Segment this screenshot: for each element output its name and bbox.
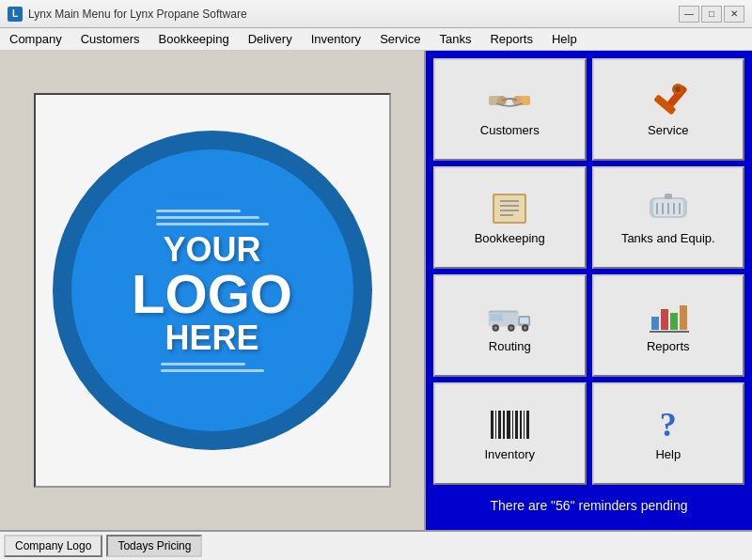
title-bar-left: L Lynx Main Menu for Lynx Propane Softwa… — [8, 7, 247, 22]
svg-rect-44 — [515, 411, 518, 439]
svg-rect-45 — [520, 411, 522, 439]
logo-line-1 — [156, 210, 241, 212]
svg-rect-16 — [665, 194, 672, 199]
service-label: Service — [648, 123, 688, 137]
logo-lines-bottom — [161, 363, 264, 372]
svg-rect-47 — [526, 411, 529, 439]
bookkeeping-label: Bookkeeping — [475, 231, 545, 245]
customers-label: Customers — [480, 123, 540, 137]
svg-rect-41 — [503, 411, 505, 439]
svg-rect-42 — [507, 411, 510, 439]
menu-customers[interactable]: Customers — [71, 28, 149, 50]
customers-button[interactable]: Customers — [433, 58, 587, 161]
company-logo-button[interactable]: Company Logo — [4, 535, 102, 557]
logo-circle-outer: YOUR LOGO HERE — [53, 131, 372, 450]
handshake-icon — [487, 82, 532, 119]
service-button[interactable]: Service — [592, 58, 745, 161]
todays-pricing-button[interactable]: Todays Pricing — [106, 535, 202, 557]
logo-here: HERE — [132, 321, 292, 355]
reports-label: Reports — [647, 339, 690, 353]
svg-rect-46 — [524, 411, 525, 439]
minimize-button[interactable]: — — [679, 6, 699, 23]
wrench-icon — [646, 82, 691, 119]
routing-label: Routing — [489, 339, 531, 353]
logo-area: YOUR LOGO HERE — [34, 93, 391, 488]
app-title: Lynx Main Menu for Lynx Propane Software — [28, 8, 247, 21]
svg-rect-33 — [651, 317, 659, 330]
help-button[interactable]: ? Help — [592, 382, 745, 485]
bookkeeping-button[interactable]: Bookkeeping — [433, 166, 587, 269]
logo-lines-top — [156, 210, 269, 226]
close-button[interactable]: ✕ — [724, 6, 744, 23]
svg-rect-32 — [491, 314, 503, 320]
main-content: YOUR LOGO HERE — [0, 51, 752, 530]
grid-buttons: Customers Service — [433, 58, 744, 485]
bottom-bar: Company Logo Todays Pricing — [0, 530, 752, 560]
barcode-icon — [487, 406, 532, 443]
menu-service[interactable]: Service — [370, 28, 430, 50]
left-panel: YOUR LOGO HERE — [0, 51, 426, 530]
inventory-button[interactable]: Inventory — [433, 382, 587, 485]
inventory-label: Inventory — [485, 447, 535, 461]
svg-point-27 — [494, 326, 498, 330]
truck-icon — [487, 298, 532, 335]
logo-your: YOUR — [132, 233, 292, 267]
menu-bar: Company Customers Bookkeeping Delivery I… — [0, 28, 752, 51]
tanks-label: Tanks and Equip. — [621, 231, 715, 245]
logo-line-2 — [156, 216, 259, 219]
logo-line-4 — [161, 363, 245, 366]
app-icon: L — [8, 7, 23, 22]
logo-text: YOUR LOGO HERE — [132, 233, 292, 355]
menu-inventory[interactable]: Inventory — [302, 28, 370, 50]
menu-bookkeeping[interactable]: Bookkeeping — [149, 28, 239, 50]
reports-button[interactable]: Reports — [592, 274, 745, 377]
svg-rect-39 — [495, 411, 496, 439]
help-label: Help — [655, 447, 681, 461]
logo-line-3 — [156, 223, 269, 226]
svg-rect-25 — [520, 318, 528, 323]
svg-rect-9 — [494, 195, 525, 222]
maximize-button[interactable]: □ — [701, 6, 722, 23]
reminders-text: There are "56" reminders pending — [433, 489, 744, 522]
tanks-button[interactable]: Tanks and Equip. — [592, 166, 745, 269]
menu-help[interactable]: Help — [542, 28, 587, 50]
logo-logo: LOGO — [132, 267, 292, 321]
title-bar: L Lynx Main Menu for Lynx Propane Softwa… — [0, 0, 752, 28]
menu-reports[interactable]: Reports — [480, 28, 542, 50]
svg-point-29 — [509, 326, 513, 330]
svg-rect-34 — [661, 309, 668, 330]
svg-point-6 — [675, 86, 681, 92]
right-panel: Customers Service — [426, 51, 752, 530]
svg-rect-36 — [680, 305, 687, 330]
svg-rect-35 — [670, 313, 678, 330]
help-icon: ? — [646, 406, 691, 443]
menu-delivery[interactable]: Delivery — [239, 28, 302, 50]
logo-line-5 — [161, 369, 264, 372]
reports-icon — [646, 298, 691, 335]
svg-point-31 — [524, 326, 527, 330]
svg-rect-38 — [491, 411, 494, 439]
svg-rect-43 — [512, 411, 513, 439]
tank-icon — [646, 190, 691, 227]
window-controls: — □ ✕ — [679, 6, 744, 23]
logo-circle-inner: YOUR LOGO HERE — [71, 149, 353, 431]
menu-company[interactable]: Company — [0, 28, 71, 50]
routing-button[interactable]: Routing — [433, 274, 587, 377]
book-icon — [487, 190, 532, 227]
menu-tanks[interactable]: Tanks — [430, 28, 480, 50]
svg-rect-40 — [498, 411, 501, 439]
